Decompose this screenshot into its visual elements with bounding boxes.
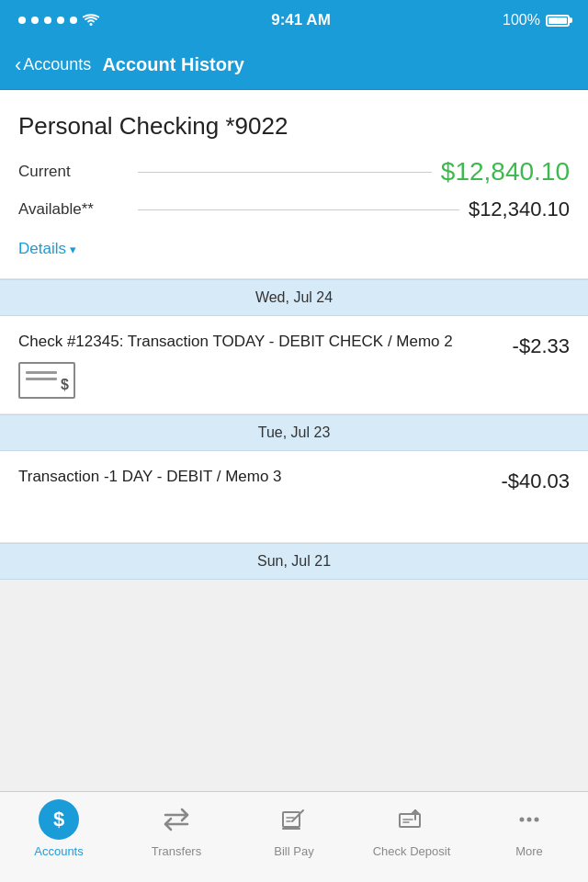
tab-more[interactable]: More (470, 799, 588, 858)
accounts-tab-label: Accounts (34, 844, 83, 858)
section-header-0: Wed, Jul 24 (0, 279, 588, 316)
svg-point-12 (527, 818, 532, 822)
section-date-2: Sun, Jul 21 (257, 553, 331, 569)
account-name: Personal Checking *9022 (18, 112, 570, 141)
available-label: Available** (18, 200, 129, 219)
check-lines (26, 371, 57, 384)
transaction-amount-1: -$40.03 (501, 466, 570, 493)
status-right: 100% (503, 12, 570, 28)
transfers-icon (162, 805, 191, 834)
transfers-icon-container (156, 799, 197, 840)
transfers-tab-label: Transfers (152, 844, 201, 858)
battery-icon (546, 15, 570, 27)
tab-checkdeposit[interactable]: Check Deposit (353, 799, 470, 858)
tab-accounts[interactable]: $ Accounts (0, 799, 118, 858)
accounts-dollar-icon: $ (53, 808, 64, 831)
available-balance: $12,340.10 (469, 198, 570, 221)
tab-bar: $ Accounts Transfers Bill P (0, 791, 588, 882)
wifi-icon (83, 14, 99, 27)
signal-dot-2 (31, 17, 39, 24)
section-header-1: Tue, Jul 23 (0, 414, 588, 451)
status-time: 9:41 AM (271, 11, 331, 29)
checkdeposit-icon-container (391, 799, 432, 840)
account-summary: Personal Checking *9022 Current $12,840.… (0, 90, 588, 279)
signal-dot-3 (44, 17, 51, 24)
battery-fill (548, 17, 567, 24)
section-date-1: Tue, Jul 23 (258, 424, 331, 440)
checkdeposit-icon (397, 805, 426, 834)
checkdeposit-tab-label: Check Deposit (373, 844, 451, 858)
current-divider (138, 172, 432, 173)
chevron-down-icon: ▾ (70, 243, 76, 256)
back-button[interactable]: ‹ Accounts (15, 55, 91, 75)
back-chevron-icon: ‹ (15, 55, 21, 75)
transaction-left-1: Transaction -1 DAY - DEBIT / Memo 3 (18, 466, 501, 497)
available-balance-row: Available** $12,340.10 (18, 198, 570, 221)
more-tab-label: More (515, 844, 543, 858)
check-line-1 (26, 371, 57, 374)
billpay-icon-container (274, 799, 314, 840)
svg-rect-7 (400, 814, 420, 827)
transaction-desc-0: Check #12345: Transaction TODAY - DEBIT … (18, 331, 502, 353)
status-bar: 9:41 AM 100% (0, 0, 588, 40)
transaction-row-1[interactable]: Transaction -1 DAY - DEBIT / Memo 3 -$40… (0, 451, 588, 543)
section-header-2: Sun, Jul 21 (0, 543, 588, 580)
details-label: Details (18, 240, 66, 258)
details-toggle[interactable]: Details ▾ (18, 232, 570, 269)
accounts-circle-icon: $ (39, 799, 79, 840)
check-image-icon: $ (18, 362, 75, 399)
content-area: Personal Checking *9022 Current $12,840.… (0, 90, 588, 791)
signal-dot-1 (18, 17, 26, 24)
back-label: Accounts (23, 55, 91, 74)
current-label: Current (18, 163, 129, 181)
svg-point-13 (535, 818, 539, 822)
transaction-amount-0: -$2.33 (513, 331, 570, 358)
tab-billpay[interactable]: Bill Pay (235, 799, 353, 858)
check-line-2 (26, 378, 57, 380)
check-dollar-sign: $ (61, 377, 69, 393)
current-balance: $12,840.10 (441, 157, 570, 187)
accounts-icon-container: $ (39, 799, 79, 840)
signal-dot-5 (70, 17, 77, 24)
billpay-icon (279, 805, 309, 834)
svg-point-11 (520, 818, 525, 822)
more-icon (514, 805, 544, 834)
available-divider (138, 209, 459, 210)
svg-rect-3 (283, 812, 300, 827)
transaction-left-0: Check #12345: Transaction TODAY - DEBIT … (18, 331, 513, 399)
current-balance-row: Current $12,840.10 (18, 157, 570, 187)
nav-bar: ‹ Accounts Account History (0, 40, 588, 90)
battery-percent: 100% (503, 12, 540, 28)
signal-dot-4 (57, 17, 64, 24)
page-title: Account History (102, 54, 243, 75)
tab-transfers[interactable]: Transfers (118, 799, 235, 858)
transaction-row-0[interactable]: Check #12345: Transaction TODAY - DEBIT … (0, 316, 588, 414)
section-date-0: Wed, Jul 24 (255, 289, 333, 305)
more-icon-container (509, 799, 549, 840)
transaction-desc-1: Transaction -1 DAY - DEBIT / Memo 3 (18, 466, 490, 488)
svg-point-0 (90, 23, 93, 26)
battery-icon-container (546, 15, 570, 27)
billpay-tab-label: Bill Pay (274, 844, 313, 858)
status-left (18, 14, 99, 27)
